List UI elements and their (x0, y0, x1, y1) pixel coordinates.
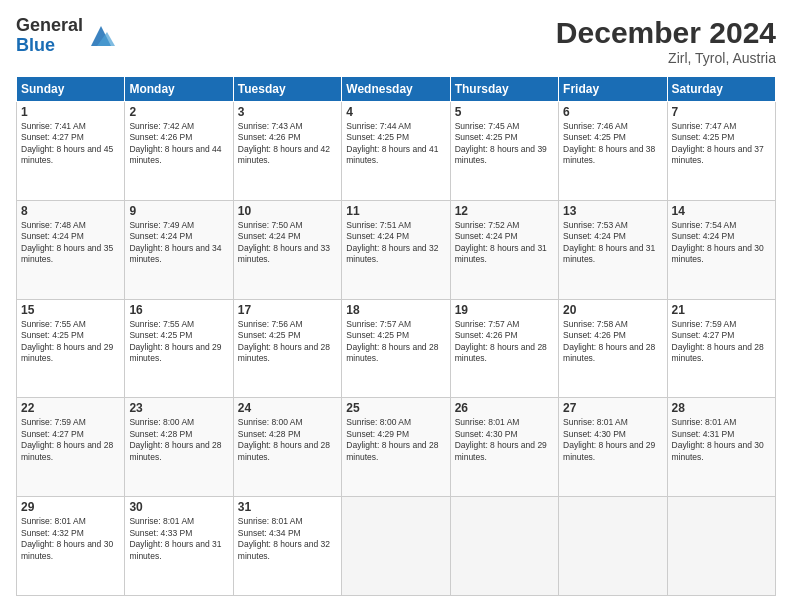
table-row: 14Sunrise: 7:54 AMSunset: 4:24 PMDayligh… (667, 200, 775, 299)
logo-icon (87, 22, 115, 50)
table-row: 19Sunrise: 7:57 AMSunset: 4:26 PMDayligh… (450, 299, 558, 398)
table-row: 5Sunrise: 7:45 AMSunset: 4:25 PMDaylight… (450, 102, 558, 201)
table-row: 11Sunrise: 7:51 AMSunset: 4:24 PMDayligh… (342, 200, 450, 299)
logo-blue: Blue (16, 35, 55, 55)
title-block: December 2024 Zirl, Tyrol, Austria (556, 16, 776, 66)
table-row: 16Sunrise: 7:55 AMSunset: 4:25 PMDayligh… (125, 299, 233, 398)
page: General Blue December 2024 Zirl, Tyrol, … (0, 0, 792, 612)
col-monday: Monday (125, 77, 233, 102)
col-saturday: Saturday (667, 77, 775, 102)
table-row: 26Sunrise: 8:01 AMSunset: 4:30 PMDayligh… (450, 398, 558, 497)
table-row: 22Sunrise: 7:59 AMSunset: 4:27 PMDayligh… (17, 398, 125, 497)
header-row: Sunday Monday Tuesday Wednesday Thursday… (17, 77, 776, 102)
logo: General Blue (16, 16, 115, 56)
col-friday: Friday (559, 77, 667, 102)
col-sunday: Sunday (17, 77, 125, 102)
table-row: 8Sunrise: 7:48 AMSunset: 4:24 PMDaylight… (17, 200, 125, 299)
table-row (450, 497, 558, 596)
table-row: 29Sunrise: 8:01 AMSunset: 4:32 PMDayligh… (17, 497, 125, 596)
table-row: 18Sunrise: 7:57 AMSunset: 4:25 PMDayligh… (342, 299, 450, 398)
table-row (667, 497, 775, 596)
table-row: 3Sunrise: 7:43 AMSunset: 4:26 PMDaylight… (233, 102, 341, 201)
table-row: 7Sunrise: 7:47 AMSunset: 4:25 PMDaylight… (667, 102, 775, 201)
table-row: 2Sunrise: 7:42 AMSunset: 4:26 PMDaylight… (125, 102, 233, 201)
table-row: 1Sunrise: 7:41 AMSunset: 4:27 PMDaylight… (17, 102, 125, 201)
table-row: 6Sunrise: 7:46 AMSunset: 4:25 PMDaylight… (559, 102, 667, 201)
table-row: 27Sunrise: 8:01 AMSunset: 4:30 PMDayligh… (559, 398, 667, 497)
table-row: 12Sunrise: 7:52 AMSunset: 4:24 PMDayligh… (450, 200, 558, 299)
col-wednesday: Wednesday (342, 77, 450, 102)
col-thursday: Thursday (450, 77, 558, 102)
table-row: 30Sunrise: 8:01 AMSunset: 4:33 PMDayligh… (125, 497, 233, 596)
table-row: 23Sunrise: 8:00 AMSunset: 4:28 PMDayligh… (125, 398, 233, 497)
table-row: 28Sunrise: 8:01 AMSunset: 4:31 PMDayligh… (667, 398, 775, 497)
table-row: 25Sunrise: 8:00 AMSunset: 4:29 PMDayligh… (342, 398, 450, 497)
table-row (559, 497, 667, 596)
location: Zirl, Tyrol, Austria (556, 50, 776, 66)
table-row: 9Sunrise: 7:49 AMSunset: 4:24 PMDaylight… (125, 200, 233, 299)
table-row: 15Sunrise: 7:55 AMSunset: 4:25 PMDayligh… (17, 299, 125, 398)
table-row: 4Sunrise: 7:44 AMSunset: 4:25 PMDaylight… (342, 102, 450, 201)
table-row: 17Sunrise: 7:56 AMSunset: 4:25 PMDayligh… (233, 299, 341, 398)
table-row: 31Sunrise: 8:01 AMSunset: 4:34 PMDayligh… (233, 497, 341, 596)
month-year: December 2024 (556, 16, 776, 50)
calendar: Sunday Monday Tuesday Wednesday Thursday… (16, 76, 776, 596)
table-row: 21Sunrise: 7:59 AMSunset: 4:27 PMDayligh… (667, 299, 775, 398)
table-row: 10Sunrise: 7:50 AMSunset: 4:24 PMDayligh… (233, 200, 341, 299)
table-row (342, 497, 450, 596)
col-tuesday: Tuesday (233, 77, 341, 102)
table-row: 13Sunrise: 7:53 AMSunset: 4:24 PMDayligh… (559, 200, 667, 299)
logo-general: General (16, 15, 83, 35)
table-row: 20Sunrise: 7:58 AMSunset: 4:26 PMDayligh… (559, 299, 667, 398)
table-row: 24Sunrise: 8:00 AMSunset: 4:28 PMDayligh… (233, 398, 341, 497)
header: General Blue December 2024 Zirl, Tyrol, … (16, 16, 776, 66)
